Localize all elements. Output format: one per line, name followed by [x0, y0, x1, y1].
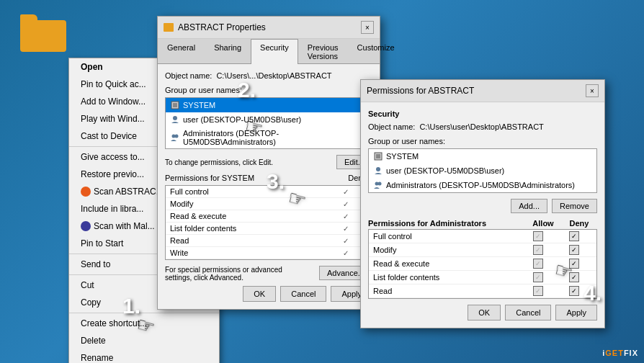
tab-sharing[interactable]: Sharing — [205, 39, 251, 64]
perm-modify: Modify ✓ — [166, 198, 372, 210]
perm-write: Write ✓ — [166, 247, 372, 259]
permissions-table: Full control ✓ Modify ✓ Read & execute ✓… — [165, 185, 372, 260]
step-1-label: 1. — [122, 294, 140, 318]
full-control-allow-cb[interactable]: ✓ — [533, 231, 543, 241]
ok-button[interactable]: OK — [243, 286, 276, 302]
perm-user-icon — [373, 166, 383, 176]
perm-table-header: Permissions for Administrators Allow Den… — [368, 219, 597, 228]
full-control-deny-cb[interactable]: ✓ — [569, 231, 579, 241]
properties-dialog: ABSTRACT Properties × General Sharing Se… — [157, 16, 380, 310]
perm-dialog-title-text: Permissions for ABSTRACT — [367, 86, 474, 96]
dialog-buttons: OK Cancel Apply — [165, 286, 372, 302]
perm-admins-icon — [373, 180, 383, 190]
dialog-title-text: ABSTRACT Properties — [178, 22, 266, 32]
perm-system-label: SYSTEM — [386, 152, 419, 161]
add-button[interactable]: Add... — [511, 199, 547, 213]
dialog-close-button[interactable]: × — [361, 21, 374, 34]
perm-read: Read ✓ — [166, 235, 372, 247]
folder-icon — [20, 14, 66, 52]
read-deny-cb[interactable]: ✓ — [569, 286, 579, 296]
step-2-label: 2. — [238, 78, 256, 102]
add-remove-row: Add... Remove — [368, 199, 597, 213]
desktop-folder[interactable] — [14, 14, 72, 65]
perm-dialog-content: Security Object name: C:\Users\user\Desk… — [361, 102, 604, 328]
perm-dialog-title: Permissions for ABSTRACT — [367, 86, 474, 96]
tab-security[interactable]: Security — [251, 39, 298, 64]
tab-previous-versions[interactable]: Previous Versions — [298, 39, 348, 64]
permissions-label: Permissions for SYSTEM — [165, 174, 254, 182]
perm-dialog-titlebar: Permissions for ABSTRACT × — [361, 80, 604, 102]
perm-row-full-control: Full control ✓ ✓ — [369, 230, 596, 243]
perm-cancel-button[interactable]: Cancel — [505, 305, 551, 321]
perm-system-icon — [373, 151, 383, 161]
change-perm-row: To change permissions, click Edit. Edit.… — [165, 155, 372, 169]
object-name-row: Object name: C:\Users\...\Desktop\ABSTRA… — [165, 71, 372, 80]
svg-rect-1 — [173, 103, 177, 107]
admins-label: Administrators (DESKTOP-U5M0DSB\Administ… — [183, 129, 367, 146]
perm-row-modify: Modify ✓ ✓ — [369, 243, 596, 257]
object-name-label: Object name: — [165, 71, 212, 80]
perm-table-name-label: Permissions for Administrators — [368, 219, 525, 228]
tab-general[interactable]: General — [158, 39, 205, 64]
permissions-dialog: Permissions for ABSTRACT × Security Obje… — [360, 79, 605, 328]
read-execute-allow-cb[interactable]: ✓ — [533, 259, 543, 269]
perm-object-value: C:\Users\user\Desktop\ABSTRACT — [419, 122, 597, 131]
perm-ok-button[interactable]: OK — [468, 305, 501, 321]
svg-point-7 — [376, 167, 380, 171]
svg-point-9 — [378, 182, 382, 186]
dialog-title-icon — [164, 23, 174, 32]
tab-customize[interactable]: Customize — [348, 39, 404, 64]
dialog-tabs: General Sharing Security Previous Versio… — [158, 39, 380, 64]
dialog-title: ABSTRACT Properties — [164, 22, 266, 32]
perm-apply-button[interactable]: Apply — [555, 305, 597, 321]
step-3-label: 3. — [267, 169, 285, 194]
perm-group-label: Group or user names: — [368, 137, 597, 145]
change-perm-text: To change permissions, click Edit. — [165, 158, 273, 166]
step-4-label: 4. — [583, 281, 601, 305]
read-allow-cb[interactable]: ✓ — [533, 286, 543, 296]
user-item-system[interactable]: SYSTEM — [166, 98, 372, 112]
cancel-button[interactable]: Cancel — [280, 286, 326, 302]
perm-user-admins[interactable]: Administrators (DESKTOP-U5M0DSB\Administ… — [369, 178, 596, 192]
list-folder-allow-cb[interactable]: ✓ — [533, 272, 543, 282]
svg-point-2 — [173, 116, 177, 120]
user-item-user[interactable]: user (DESKTOP-U5M0DSB\user) — [166, 112, 372, 127]
perm-object-label: Object name: — [368, 122, 415, 131]
user-label: user (DESKTOP-U5M0DSB\user) — [183, 115, 301, 124]
dialog-titlebar: ABSTRACT Properties × — [158, 17, 380, 39]
perm-user-user[interactable]: user (DESKTOP-U5M0DSB\user) — [369, 163, 596, 178]
perm-dialog-buttons: OK Cancel Apply — [368, 305, 597, 321]
perm-user-label: user (DESKTOP-U5M0DSB\user) — [386, 166, 504, 175]
scan-icon — [81, 187, 91, 197]
perm-list-folder: List folder contents ✓ — [166, 223, 372, 235]
context-menu-rename[interactable]: Rename — [69, 349, 219, 363]
modify-allow-cb[interactable]: ✓ — [533, 245, 543, 255]
special-perms-row: For special permissions or advanced sett… — [165, 266, 372, 282]
user-item-admins[interactable]: Administrators (DESKTOP-U5M0DSB\Administ… — [166, 127, 372, 148]
watermark-brand: GET — [605, 349, 624, 357]
watermark: iGETFIX — [602, 349, 638, 357]
special-perms-text: For special permissions or advanced sett… — [165, 266, 309, 282]
perm-dialog-close[interactable]: × — [586, 84, 599, 97]
group-label: Group or user names: — [165, 86, 372, 94]
deny-col-label: Deny — [561, 219, 597, 228]
svg-rect-6 — [376, 154, 380, 158]
modify-deny-cb[interactable]: ✓ — [569, 245, 579, 255]
user-system-label: SYSTEM — [183, 101, 215, 109]
perm-object-row: Object name: C:\Users\user\Desktop\ABSTR… — [368, 122, 597, 131]
svg-point-4 — [175, 135, 179, 138]
perm-read-execute: Read & execute ✓ — [166, 210, 372, 223]
admins-icon — [170, 133, 180, 143]
remove-button[interactable]: Remove — [552, 199, 597, 213]
perm-admins-label: Administrators (DESKTOP-U5M0DSB\Administ… — [386, 181, 575, 189]
malwarebytes-icon — [81, 221, 91, 231]
perm-security-label: Security — [368, 109, 597, 118]
perm-row-read: Read ✓ ✓ — [369, 284, 596, 298]
users-list: SYSTEM user (DESKTOP-U5M0DSB\user) Admin… — [165, 97, 372, 149]
perm-users-list: SYSTEM user (DESKTOP-U5M0DSB\user) Admin… — [368, 148, 597, 193]
allow-col-label: Allow — [525, 219, 561, 228]
perm-user-system[interactable]: SYSTEM — [369, 149, 596, 163]
user-icon — [170, 115, 180, 125]
system-icon — [170, 100, 180, 110]
